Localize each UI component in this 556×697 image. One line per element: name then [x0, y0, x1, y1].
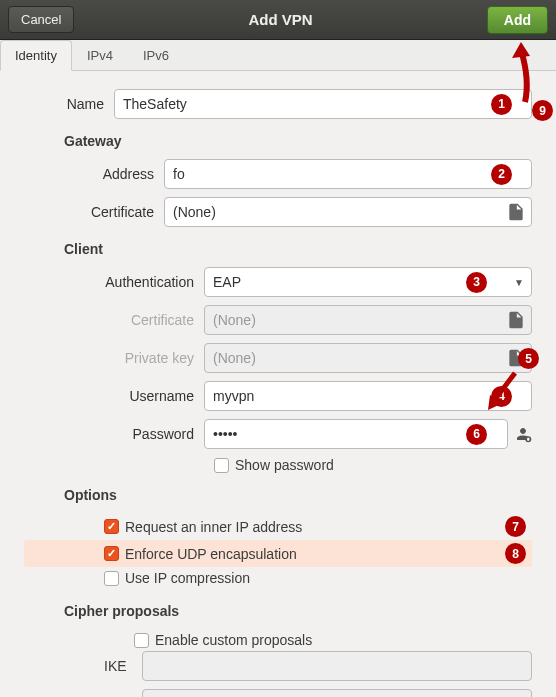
client-cert-label: Certificate [24, 312, 194, 328]
password-input[interactable] [204, 419, 508, 449]
cipher-section-title: Cipher proposals [64, 603, 532, 619]
password-label: Password [24, 426, 194, 442]
annotation-badge: 6 [466, 424, 487, 445]
annotation-badge: 8 [505, 543, 526, 564]
annotation-badge: 7 [505, 516, 526, 537]
dialog-header: Cancel Add VPN Add [0, 0, 556, 40]
address-input[interactable] [164, 159, 532, 189]
svg-rect-1 [527, 438, 529, 441]
private-key-label: Private key [24, 350, 194, 366]
inner-ip-label: Request an inner IP address [125, 519, 499, 535]
username-input[interactable] [204, 381, 532, 411]
address-label: Address [24, 166, 154, 182]
inner-ip-checkbox[interactable]: ✓ [104, 519, 119, 534]
password-store-icon[interactable] [514, 425, 532, 443]
tab-identity[interactable]: Identity [0, 40, 72, 71]
auth-label: Authentication [24, 274, 194, 290]
client-cert-picker: (None) [204, 305, 532, 335]
ike-label: IKE [104, 658, 132, 674]
udp-checkbox[interactable]: ✓ [104, 546, 119, 561]
username-label: Username [24, 388, 194, 404]
compress-label: Use IP compression [125, 570, 250, 586]
name-label: Name [24, 96, 104, 112]
tab-ipv6[interactable]: IPv6 [128, 40, 184, 70]
options-section-title: Options [64, 487, 532, 503]
tabs: Identity IPv4 IPv6 [0, 40, 556, 71]
compress-checkbox[interactable] [104, 571, 119, 586]
enable-proposals-checkbox[interactable] [134, 633, 149, 648]
show-password-checkbox[interactable] [214, 458, 229, 473]
annotation-badge: 3 [466, 272, 487, 293]
annotation-badge: 1 [491, 94, 512, 115]
dialog-title: Add VPN [74, 11, 486, 28]
esp-input[interactable] [142, 689, 532, 697]
gateway-section-title: Gateway [64, 133, 532, 149]
add-button[interactable]: Add [487, 6, 548, 34]
tab-ipv4[interactable]: IPv4 [72, 40, 128, 70]
ike-input[interactable] [142, 651, 532, 681]
annotation-badge: 9 [532, 100, 553, 121]
private-key-picker: (None) [204, 343, 532, 373]
annotation-badge: 2 [491, 164, 512, 185]
show-password-label: Show password [235, 457, 334, 473]
cancel-button[interactable]: Cancel [8, 6, 74, 33]
name-input[interactable] [114, 89, 532, 119]
gateway-cert-label: Certificate [24, 204, 154, 220]
gateway-cert-picker[interactable]: (None) [164, 197, 532, 227]
content: Name 1 Gateway Address 2 Certificate (No… [0, 71, 556, 697]
udp-label: Enforce UDP encapsulation [125, 546, 499, 562]
enable-proposals-label: Enable custom proposals [155, 632, 312, 648]
annotation-badge: 4 [491, 386, 512, 407]
annotation-badge: 5 [518, 348, 539, 369]
client-section-title: Client [64, 241, 532, 257]
